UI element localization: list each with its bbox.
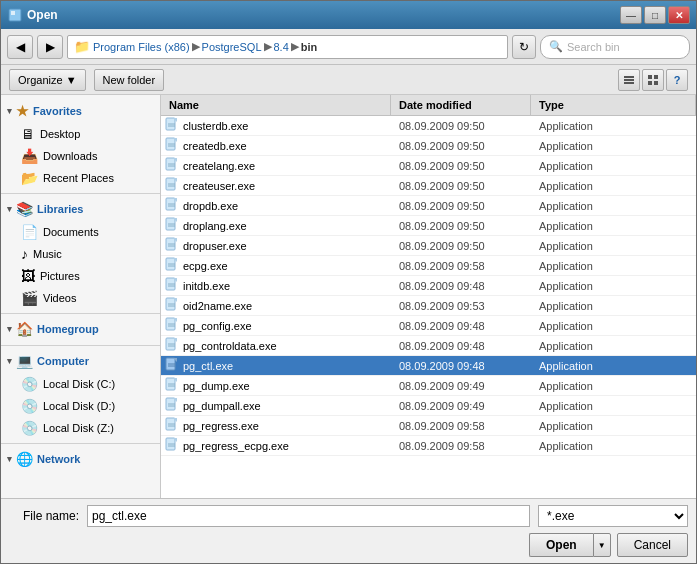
file-name: pg_regress_ecpg.exe	[183, 440, 289, 452]
network-header[interactable]: ▾ 🌐 Network	[1, 447, 160, 471]
sidebar-item-drive-c[interactable]: 💿 Local Disk (C:)	[1, 373, 160, 395]
file-row[interactable]: ecpg.exe 08.09.2009 09:58 Application	[161, 256, 696, 276]
libraries-header[interactable]: ▾ 📚 Libraries	[1, 197, 160, 221]
file-row[interactable]: dropdb.exe 08.09.2009 09:50 Application	[161, 196, 696, 216]
breadcrumb-item-84[interactable]: 8.4	[274, 41, 289, 53]
sidebar-item-pictures[interactable]: 🖼 Pictures	[1, 265, 160, 287]
svg-rect-7	[648, 81, 652, 85]
back-button[interactable]: ◀	[7, 35, 33, 59]
network-arrow-icon: ▾	[7, 454, 12, 464]
sidebar-item-drive-d[interactable]: 💿 Local Disk (D:)	[1, 395, 160, 417]
file-name: createdb.exe	[183, 140, 247, 152]
file-name: pg_regress.exe	[183, 420, 259, 432]
open-button[interactable]: Open	[529, 533, 593, 557]
file-icon	[165, 297, 179, 314]
column-name-header[interactable]: Name	[161, 95, 391, 115]
svg-rect-2	[624, 76, 634, 78]
minimize-button[interactable]: —	[620, 6, 642, 24]
breadcrumb-item-pf86[interactable]: Program Files (x86)	[93, 41, 190, 53]
close-button[interactable]: ✕	[668, 6, 690, 24]
file-row[interactable]: pg_config.exe 08.09.2009 09:48 Applicati…	[161, 316, 696, 336]
computer-section: ▾ 💻 Computer 💿 Local Disk (C:) 💿 Local D…	[1, 349, 160, 439]
file-row[interactable]: pg_ctl.exe 08.09.2009 09:48 Application	[161, 356, 696, 376]
file-row[interactable]: clusterdb.exe 08.09.2009 09:50 Applicati…	[161, 116, 696, 136]
column-date-header[interactable]: Date modified	[391, 95, 531, 115]
file-date: 08.09.2009 09:58	[391, 420, 531, 432]
file-row[interactable]: pg_dumpall.exe 08.09.2009 09:49 Applicat…	[161, 396, 696, 416]
favorites-header[interactable]: ▾ ★ Favorites	[1, 99, 160, 123]
column-type-header[interactable]: Type	[531, 95, 696, 115]
file-date: 08.09.2009 09:53	[391, 300, 531, 312]
bottom-bar: File name: *.exe Open ▼ Cancel	[1, 498, 696, 563]
sidebar-item-documents[interactable]: 📄 Documents	[1, 221, 160, 243]
homegroup-arrow-icon: ▾	[7, 324, 12, 334]
file-type: Application	[531, 360, 696, 372]
file-type: Application	[531, 420, 696, 432]
file-list[interactable]: clusterdb.exe 08.09.2009 09:50 Applicati…	[161, 116, 696, 498]
file-row[interactable]: droplang.exe 08.09.2009 09:50 Applicatio…	[161, 216, 696, 236]
file-row[interactable]: pg_regress.exe 08.09.2009 09:58 Applicat…	[161, 416, 696, 436]
file-date: 08.09.2009 09:50	[391, 200, 531, 212]
file-type: Application	[531, 140, 696, 152]
downloads-icon: 📥	[21, 148, 38, 164]
sidebar-item-recent-places[interactable]: 📂 Recent Places	[1, 167, 160, 189]
file-row[interactable]: initdb.exe 08.09.2009 09:48 Application	[161, 276, 696, 296]
view-list-button[interactable]	[618, 69, 640, 91]
sidebar-divider-3	[1, 345, 160, 346]
file-name: initdb.exe	[183, 280, 230, 292]
refresh-button[interactable]: ↻	[512, 35, 536, 59]
file-row[interactable]: pg_regress_ecpg.exe 08.09.2009 09:58 App…	[161, 436, 696, 456]
file-row[interactable]: oid2name.exe 08.09.2009 09:53 Applicatio…	[161, 296, 696, 316]
maximize-button[interactable]: □	[644, 6, 666, 24]
file-type: Application	[531, 160, 696, 172]
help-button[interactable]: ?	[666, 69, 688, 91]
view-controls: ?	[618, 69, 688, 91]
navigation-bar: ◀ ▶ 📁 Program Files (x86) ▶ PostgreSQL ▶…	[1, 29, 696, 65]
file-date: 08.09.2009 09:49	[391, 400, 531, 412]
file-name: clusterdb.exe	[183, 120, 248, 132]
file-row[interactable]: createlang.exe 08.09.2009 09:50 Applicat…	[161, 156, 696, 176]
file-row[interactable]: pg_controldata.exe 08.09.2009 09:48 Appl…	[161, 336, 696, 356]
file-icon	[165, 177, 179, 194]
filename-label: File name:	[9, 509, 79, 523]
file-name: oid2name.exe	[183, 300, 252, 312]
sidebar-item-desktop[interactable]: 🖥 Desktop	[1, 123, 160, 145]
file-date: 08.09.2009 09:50	[391, 240, 531, 252]
new-folder-button[interactable]: New folder	[94, 69, 165, 91]
homegroup-header[interactable]: ▾ 🏠 Homegroup	[1, 317, 160, 341]
search-placeholder: Search bin	[567, 41, 620, 53]
file-row[interactable]: pg_dump.exe 08.09.2009 09:49 Application	[161, 376, 696, 396]
breadcrumb-item-pg[interactable]: PostgreSQL	[202, 41, 262, 53]
file-date: 08.09.2009 09:50	[391, 140, 531, 152]
organize-button[interactable]: Organize ▼	[9, 69, 86, 91]
forward-button[interactable]: ▶	[37, 35, 63, 59]
sidebar-item-videos[interactable]: 🎬 Videos	[1, 287, 160, 309]
window-controls: — □ ✕	[620, 6, 690, 24]
file-name: pg_config.exe	[183, 320, 252, 332]
filename-input[interactable]	[87, 505, 530, 527]
filetype-select[interactable]: *.exe	[538, 505, 688, 527]
open-dropdown-button[interactable]: ▼	[593, 533, 611, 557]
recent-places-icon: 📂	[21, 170, 38, 186]
file-date: 08.09.2009 09:48	[391, 320, 531, 332]
music-icon: ♪	[21, 246, 28, 262]
sidebar-item-drive-z[interactable]: 💿 Local Disk (Z:)	[1, 417, 160, 439]
search-box[interactable]: 🔍 Search bin	[540, 35, 690, 59]
file-row[interactable]: createdb.exe 08.09.2009 09:50 Applicatio…	[161, 136, 696, 156]
file-row[interactable]: dropuser.exe 08.09.2009 09:50 Applicatio…	[161, 236, 696, 256]
drive-d-icon: 💿	[21, 398, 38, 414]
file-row[interactable]: createuser.exe 08.09.2009 09:50 Applicat…	[161, 176, 696, 196]
favorites-section: ▾ ★ Favorites 🖥 Desktop 📥 Downloads 📂 Re…	[1, 99, 160, 189]
file-date: 08.09.2009 09:48	[391, 340, 531, 352]
computer-header[interactable]: ▾ 💻 Computer	[1, 349, 160, 373]
sidebar-item-downloads[interactable]: 📥 Downloads	[1, 145, 160, 167]
window-icon	[7, 7, 23, 23]
view-details-button[interactable]	[642, 69, 664, 91]
homegroup-label: Homegroup	[37, 323, 99, 335]
file-name: createlang.exe	[183, 160, 255, 172]
file-icon	[165, 317, 179, 334]
sidebar-item-music[interactable]: ♪ Music	[1, 243, 160, 265]
cancel-button[interactable]: Cancel	[617, 533, 688, 557]
title-bar: Open — □ ✕	[1, 1, 696, 29]
computer-arrow-icon: ▾	[7, 356, 12, 366]
